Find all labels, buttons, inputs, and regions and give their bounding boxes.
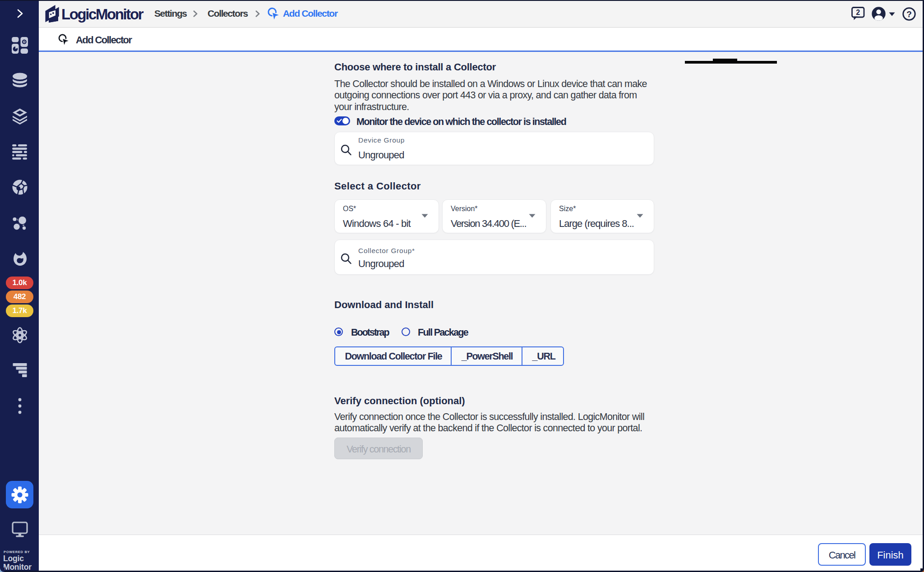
svg-text:2: 2 [856, 9, 860, 16]
svg-text:?: ? [906, 9, 912, 19]
